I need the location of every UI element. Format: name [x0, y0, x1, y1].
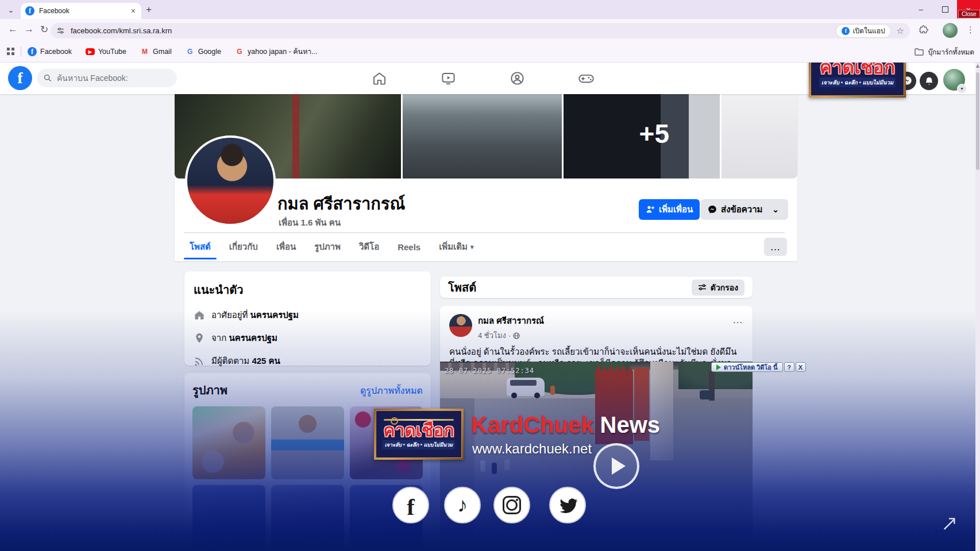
- intro-title: แนะนำตัว: [194, 281, 422, 299]
- add-friend-icon: [646, 205, 655, 214]
- address-bar[interactable]: f เปิดในแอป ☆: [51, 23, 910, 38]
- restore-icon: [942, 6, 948, 13]
- profile-header-card: +5 กมล ศรีสารากรณ์ เพื่อน 1.6 พัน คน เพิ…: [175, 94, 797, 261]
- filters-icon: [698, 284, 707, 291]
- person-figure: [480, 460, 485, 472]
- intro-item-lives-in: อาศัยอยู่ที่ นครนครปฐม: [194, 308, 422, 322]
- nav-groups-tab[interactable]: [483, 62, 551, 94]
- nav-gaming-tab[interactable]: [551, 62, 620, 94]
- open-in-app-button[interactable]: f เปิดในแอป: [836, 24, 890, 38]
- new-tab-button[interactable]: +: [146, 4, 152, 15]
- tab-posts[interactable]: โพสต์: [180, 234, 220, 259]
- post-meta: 4 ชั่วโมง ·: [478, 329, 732, 342]
- tiktok-social-icon[interactable]: ♪: [444, 487, 481, 523]
- bookmark-star-icon[interactable]: ☆: [897, 26, 904, 36]
- apps-grid-icon[interactable]: [7, 48, 14, 55]
- browser-menu-icon[interactable]: ⋮: [966, 25, 975, 35]
- window-restore-button[interactable]: [935, 0, 955, 18]
- tab-videos[interactable]: วิดีโอ: [350, 234, 388, 259]
- bell-icon: [924, 76, 934, 86]
- home-icon: [372, 71, 387, 86]
- tab-about[interactable]: เกี่ยวกับ: [220, 234, 267, 259]
- back-icon[interactable]: ←: [8, 24, 18, 35]
- facebook-search[interactable]: [37, 69, 177, 87]
- cctv-timestamp: 28-07-2025 07:52:34: [445, 367, 534, 375]
- add-friend-button[interactable]: เพิ่มเพื่อน: [639, 199, 700, 220]
- bookmark-facebook[interactable]: f Facebook: [28, 47, 72, 56]
- watch-icon: [441, 71, 456, 86]
- photo-thumb[interactable]: [271, 406, 344, 479]
- twitter-social-icon[interactable]: [549, 487, 586, 523]
- tab-reels[interactable]: Reels: [388, 234, 430, 259]
- bookmark-google[interactable]: G Google: [186, 47, 221, 56]
- bookmark-yahoo-japan[interactable]: G yahoo japan - ค้นหา...: [235, 46, 318, 57]
- bookmark-gmail[interactable]: M Gmail: [140, 47, 172, 56]
- posts-title: โพสต์: [448, 278, 476, 297]
- notifications-button[interactable]: [920, 72, 938, 90]
- person-figure: [550, 386, 555, 395]
- more-options-icon: …: [770, 241, 781, 253]
- video-play-button[interactable]: [593, 443, 639, 489]
- facebook-social-icon[interactable]: f: [392, 487, 429, 523]
- account-chevron-icon[interactable]: ▾: [957, 84, 967, 94]
- profile-picture[interactable]: [185, 135, 276, 226]
- post-author-avatar[interactable]: [449, 314, 472, 337]
- photo-thumb[interactable]: [192, 485, 265, 551]
- photo-thumb[interactable]: [192, 406, 265, 479]
- scrollbar-thumb[interactable]: [976, 72, 979, 170]
- download-video-button[interactable]: ดาวน์โหลด วิดีโอ นี้: [711, 362, 783, 372]
- facebook-logo[interactable]: f: [8, 66, 32, 90]
- posts-section-header: โพสต์ ตัวกรอง: [440, 277, 753, 298]
- friends-count[interactable]: เพื่อน 1.6 พัน คน: [279, 216, 341, 230]
- search-site-icon: G: [235, 47, 244, 56]
- tab-close-icon[interactable]: ×: [130, 6, 137, 15]
- facebook-icon: f: [842, 27, 850, 35]
- see-all-photos-link[interactable]: ดูรูปภาพทั้งหมด: [360, 383, 423, 398]
- cover-photo-panel: [403, 94, 562, 179]
- url-input[interactable]: [70, 26, 836, 36]
- kardchuek-news-title: KardChuek News: [471, 413, 660, 436]
- browser-tab[interactable]: f Facebook ×: [21, 3, 141, 19]
- photo-thumb[interactable]: [271, 485, 344, 551]
- reload-icon[interactable]: ↻: [40, 24, 48, 36]
- nav-watch-tab[interactable]: [414, 62, 483, 94]
- tab-photos[interactable]: รูปภาพ: [305, 234, 350, 259]
- all-bookmarks-button[interactable]: บุ๊กมาร์กทั้งหมด: [915, 41, 974, 62]
- person-figure: [492, 463, 497, 474]
- posts-filter-button[interactable]: ตัวกรอง: [692, 280, 744, 296]
- play-icon: [612, 457, 626, 475]
- forward-icon[interactable]: →: [24, 24, 34, 35]
- photos-card: รูปภาพ ดูรูปภาพทั้งหมด: [184, 373, 431, 551]
- instagram-social-icon[interactable]: [493, 487, 530, 523]
- chevron-down-icon: ▾: [470, 243, 474, 251]
- badge-close-button[interactable]: X: [796, 362, 806, 372]
- scrollbar-up-arrow[interactable]: [976, 64, 979, 68]
- groups-icon: [510, 71, 525, 86]
- expand-icon[interactable]: [942, 515, 957, 530]
- profile-more-actions-button[interactable]: ⌄: [763, 199, 788, 220]
- bookmark-youtube[interactable]: ▶ YouTube: [86, 48, 126, 56]
- cover-photo-panel: [722, 94, 797, 179]
- site-settings-icon[interactable]: [56, 26, 65, 35]
- send-message-button[interactable]: ส่งข้อความ: [701, 199, 770, 220]
- kardchuek-website: www.kardchuek.net: [472, 441, 592, 457]
- home-icon: [194, 309, 205, 321]
- browser-profile-avatar[interactable]: [943, 23, 958, 38]
- close-tooltip: Close: [958, 10, 980, 18]
- tab-search-button[interactable]: ⌄: [5, 3, 17, 16]
- divider: [184, 232, 785, 233]
- post-author-name[interactable]: กมล ศรีสารากรณ์: [478, 314, 732, 328]
- badge-help-button[interactable]: ?: [784, 362, 794, 372]
- window-minimize-button[interactable]: –: [911, 0, 931, 18]
- nav-home-tab[interactable]: [345, 62, 414, 94]
- facebook-icon: f: [28, 47, 37, 56]
- photos-title: รูปภาพ: [192, 381, 227, 399]
- post-time[interactable]: 4 ชั่วโมง: [478, 329, 506, 342]
- tab-friends[interactable]: เพื่อน: [267, 234, 305, 259]
- profile-tabs-more-button[interactable]: …: [764, 238, 787, 256]
- post-options-icon[interactable]: …: [732, 314, 743, 326]
- tab-more[interactable]: เพิ่มเติม▾: [430, 234, 483, 259]
- search-input[interactable]: [56, 73, 170, 83]
- extensions-icon[interactable]: [919, 25, 929, 34]
- gmail-icon: M: [140, 47, 149, 56]
